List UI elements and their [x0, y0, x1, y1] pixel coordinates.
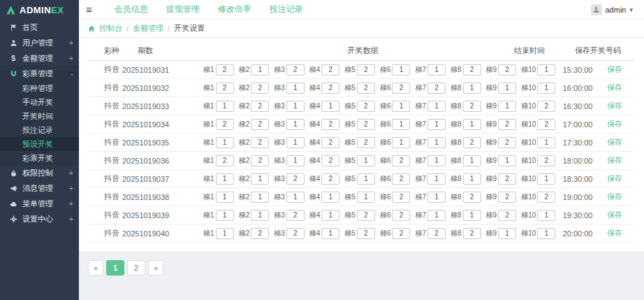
breadcrumb-console[interactable]: 控制台 [99, 23, 122, 34]
draw-number-input[interactable] [427, 228, 446, 239]
draw-number-input[interactable] [251, 228, 269, 239]
draw-number-input[interactable] [216, 137, 234, 148]
draw-number-input[interactable] [392, 210, 410, 221]
draw-number-input[interactable] [498, 210, 516, 221]
draw-number-input[interactable] [321, 64, 339, 76]
draw-number-input[interactable] [463, 210, 481, 221]
draw-number-input[interactable] [286, 210, 305, 221]
draw-number-input[interactable] [498, 101, 516, 112]
pagination-prev-button[interactable]: « [88, 260, 103, 276]
draw-number-input[interactable] [216, 228, 234, 239]
pagination-page-2[interactable]: 2 [127, 260, 145, 276]
draw-number-input[interactable] [463, 119, 481, 130]
draw-number-input[interactable] [321, 173, 339, 185]
draw-number-input[interactable] [321, 228, 339, 239]
draw-number-input[interactable] [251, 64, 269, 76]
draw-number-input[interactable] [392, 137, 410, 148]
draw-number-input[interactable] [427, 192, 446, 203]
draw-number-input[interactable] [427, 64, 446, 76]
draw-number-input[interactable] [392, 83, 410, 94]
draw-number-input[interactable] [286, 119, 305, 130]
draw-number-input[interactable] [251, 192, 269, 203]
topnav-link-withdraw-mgmt[interactable]: 提现管理 [166, 3, 200, 15]
draw-number-input[interactable] [286, 64, 305, 76]
draw-number-input[interactable] [392, 192, 410, 203]
topnav-link-bet-records[interactable]: 投注记录 [270, 3, 303, 15]
sidebar-subitem-manual-draw[interactable]: 手动开奖 [0, 95, 79, 109]
draw-number-input[interactable] [537, 210, 555, 221]
sidebar-subitem-bet-records[interactable]: 投注记录 [0, 123, 79, 137]
draw-number-input[interactable] [286, 101, 305, 112]
save-button[interactable]: 保存 [607, 192, 622, 201]
draw-number-input[interactable] [463, 101, 481, 112]
draw-number-input[interactable] [537, 83, 555, 94]
draw-number-input[interactable] [251, 83, 269, 94]
save-button[interactable]: 保存 [607, 138, 622, 146]
draw-number-input[interactable] [427, 119, 446, 130]
breadcrumb-amount-mgmt[interactable]: 金额管理 [133, 23, 163, 34]
hamburger-menu-icon[interactable]: ≡ [86, 4, 92, 15]
topnav-link-modify-odds[interactable]: 修改倍率 [218, 3, 251, 15]
draw-number-input[interactable] [251, 173, 269, 185]
draw-number-input[interactable] [537, 173, 555, 185]
draw-number-input[interactable] [463, 137, 481, 148]
draw-number-input[interactable] [357, 210, 375, 221]
draw-number-input[interactable] [286, 192, 305, 203]
sidebar-item-amount-mgmt[interactable]: $ 金额管理 + [0, 50, 79, 66]
draw-number-input[interactable] [463, 173, 481, 185]
draw-number-input[interactable] [392, 228, 410, 239]
draw-number-input[interactable] [251, 155, 269, 166]
draw-number-input[interactable] [357, 64, 375, 76]
draw-number-input[interactable] [357, 119, 375, 130]
draw-number-input[interactable] [498, 155, 516, 166]
save-button[interactable]: 保存 [607, 83, 622, 92]
user-menu[interactable]: admin ▾ [591, 4, 634, 15]
draw-number-input[interactable] [537, 64, 555, 76]
sidebar-item-lottery-mgmt[interactable]: 彩票管理 - [0, 66, 79, 81]
draw-number-input[interactable] [357, 228, 375, 239]
draw-number-input[interactable] [427, 173, 446, 185]
draw-number-input[interactable] [463, 155, 481, 166]
save-button[interactable]: 保存 [607, 156, 622, 164]
draw-number-input[interactable] [216, 155, 234, 166]
draw-number-input[interactable] [321, 155, 339, 166]
draw-number-input[interactable] [357, 137, 375, 148]
draw-number-input[interactable] [427, 137, 446, 148]
draw-number-input[interactable] [357, 192, 375, 203]
draw-number-input[interactable] [286, 137, 305, 148]
pagination-page-1[interactable]: 1 [106, 260, 124, 276]
draw-number-input[interactable] [498, 137, 516, 148]
draw-number-input[interactable] [251, 101, 269, 112]
draw-number-input[interactable] [498, 119, 516, 130]
draw-number-input[interactable] [392, 155, 410, 166]
sidebar-subitem-draw-time[interactable]: 开奖时间 [0, 109, 79, 123]
draw-number-input[interactable] [357, 101, 375, 112]
draw-number-input[interactable] [251, 119, 269, 130]
draw-number-input[interactable] [498, 192, 516, 203]
draw-number-input[interactable] [537, 101, 555, 112]
draw-number-input[interactable] [427, 83, 446, 94]
draw-number-input[interactable] [537, 119, 555, 130]
topnav-link-member-info[interactable]: 会员信息 [115, 3, 148, 15]
draw-number-input[interactable] [216, 83, 234, 94]
draw-number-input[interactable] [537, 137, 555, 148]
draw-number-input[interactable] [357, 173, 375, 185]
draw-number-input[interactable] [216, 192, 234, 203]
sidebar-item-message-mgmt[interactable]: 消息管理 + [0, 180, 79, 196]
draw-number-input[interactable] [498, 228, 516, 239]
draw-number-input[interactable] [321, 192, 339, 203]
sidebar-item-user-mgmt[interactable]: 用户管理 + [0, 35, 79, 50]
draw-number-input[interactable] [286, 155, 305, 166]
draw-number-input[interactable] [427, 101, 446, 112]
draw-number-input[interactable] [251, 210, 269, 221]
sidebar-item-menu-mgmt[interactable]: 菜单管理 + [0, 196, 79, 211]
draw-number-input[interactable] [321, 137, 339, 148]
draw-number-input[interactable] [286, 228, 305, 239]
draw-number-input[interactable] [216, 101, 234, 112]
draw-number-input[interactable] [251, 137, 269, 148]
draw-number-input[interactable] [427, 155, 446, 166]
draw-number-input[interactable] [498, 64, 516, 76]
draw-number-input[interactable] [286, 83, 305, 94]
draw-number-input[interactable] [321, 83, 339, 94]
sidebar-subitem-lottery-draw[interactable]: 彩票开奖 [0, 151, 79, 165]
